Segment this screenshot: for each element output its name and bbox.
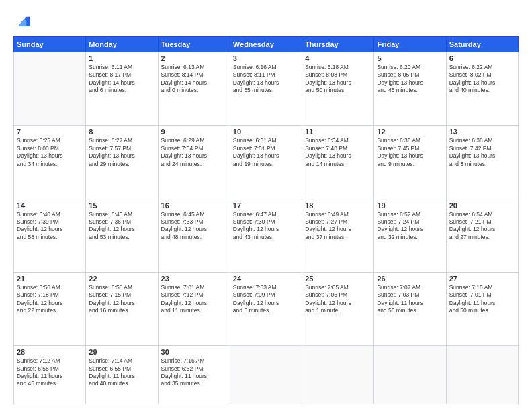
logo (13, 11, 35, 30)
cell-line: Daylight: 13 hours (89, 152, 154, 160)
day-number: 22 (89, 275, 154, 283)
cell-line: and 14 minutes. (305, 161, 371, 168)
day-number: 2 (161, 54, 227, 62)
day-number: 16 (161, 201, 227, 210)
cell-line: and 9 minutes. (377, 161, 443, 168)
cell-line: Daylight: 14 hours (161, 79, 227, 87)
cell-line: Sunset: 8:08 PM (305, 71, 371, 79)
cell-line: Sunrise: 6:54 AM (449, 211, 515, 218)
cell-line: Sunrise: 7:10 AM (449, 284, 515, 291)
day-number: 11 (305, 128, 371, 136)
calendar-cell: 20Sunrise: 6:54 AMSunset: 7:21 PMDayligh… (446, 199, 518, 272)
cell-line: Sunrise: 7:16 AM (161, 357, 227, 365)
cell-line: and 45 minutes. (17, 380, 83, 387)
cell-line: and 35 minutes. (161, 380, 227, 387)
calendar-week-row: 1Sunrise: 6:11 AMSunset: 8:17 PMDaylight… (14, 52, 519, 126)
cell-line: and 34 minutes. (17, 161, 83, 168)
cell-line: and 58 minutes. (17, 234, 83, 241)
calendar-cell: 12Sunrise: 6:36 AMSunset: 7:45 PMDayligh… (374, 126, 446, 199)
cell-line: Sunset: 7:24 PM (377, 218, 443, 226)
header (13, 11, 519, 30)
cell-line: Sunrise: 6:25 AM (17, 137, 83, 144)
cell-line: Daylight: 12 hours (233, 226, 299, 233)
calendar-cell: 19Sunrise: 6:52 AMSunset: 7:24 PMDayligh… (374, 199, 446, 272)
cell-line: and 55 minutes. (233, 87, 299, 94)
cell-line: Sunset: 7:42 PM (449, 145, 515, 152)
day-number: 7 (17, 128, 83, 136)
calendar-cell: 24Sunrise: 7:03 AMSunset: 7:09 PMDayligh… (230, 272, 302, 345)
cell-line: Sunrise: 6:56 AM (17, 284, 83, 291)
cell-line: Daylight: 12 hours (449, 226, 515, 233)
calendar-header-row: Sunday Monday Tuesday Wednesday Thursday… (14, 37, 519, 52)
cell-line: Sunset: 8:11 PM (233, 71, 299, 79)
cell-line: and 48 minutes. (161, 234, 227, 241)
cell-line: and 22 minutes. (17, 307, 83, 314)
cell-line: Sunset: 7:06 PM (305, 291, 371, 299)
cell-line: Sunset: 7:30 PM (233, 218, 299, 226)
calendar-cell: 21Sunrise: 6:56 AMSunset: 7:18 PMDayligh… (14, 272, 86, 345)
cell-line: Sunrise: 6:22 AM (449, 64, 515, 71)
cell-line: and 3 minutes. (449, 161, 515, 168)
header-monday: Monday (86, 37, 158, 52)
cell-line: Daylight: 13 hours (377, 79, 443, 87)
calendar-cell: 26Sunrise: 7:07 AMSunset: 7:03 PMDayligh… (374, 272, 446, 345)
cell-line: Sunrise: 7:05 AM (305, 284, 371, 291)
cell-line: Daylight: 12 hours (17, 226, 83, 233)
logo-icon (13, 11, 32, 30)
calendar-week-row: 21Sunrise: 6:56 AMSunset: 7:18 PMDayligh… (14, 272, 519, 345)
page: Sunday Monday Tuesday Wednesday Thursday… (0, 0, 532, 411)
day-number: 15 (89, 201, 154, 210)
cell-line: Sunset: 7:18 PM (17, 291, 83, 299)
cell-line: Daylight: 11 hours (17, 373, 83, 380)
cell-line: Daylight: 11 hours (161, 373, 227, 380)
day-number: 24 (233, 275, 299, 283)
day-number: 8 (89, 128, 154, 136)
cell-line: Sunset: 7:01 PM (449, 291, 515, 299)
cell-line: and 0 minutes. (161, 87, 227, 94)
calendar-cell: 22Sunrise: 6:58 AMSunset: 7:15 PMDayligh… (86, 272, 158, 345)
cell-line: Daylight: 14 hours (89, 79, 154, 87)
cell-line: Sunrise: 7:12 AM (17, 357, 83, 365)
cell-line: Daylight: 11 hours (377, 300, 443, 307)
calendar-cell: 9Sunrise: 6:29 AMSunset: 7:54 PMDaylight… (158, 126, 230, 199)
cell-line: and 6 minutes. (233, 307, 299, 314)
cell-line: Sunset: 7:15 PM (89, 291, 154, 299)
cell-line: Sunset: 8:17 PM (89, 71, 154, 79)
cell-line: and 43 minutes. (233, 234, 299, 241)
cell-line: Sunrise: 7:07 AM (377, 284, 443, 291)
day-number: 12 (377, 128, 443, 136)
cell-line: Sunset: 6:55 PM (89, 365, 154, 373)
cell-line: Sunset: 7:57 PM (89, 145, 154, 152)
calendar-cell: 27Sunrise: 7:10 AMSunset: 7:01 PMDayligh… (446, 272, 518, 345)
cell-line: Daylight: 11 hours (89, 373, 154, 380)
cell-line: and 29 minutes. (89, 161, 154, 168)
cell-line: Sunrise: 6:45 AM (161, 211, 227, 218)
day-number: 13 (449, 128, 515, 136)
cell-line: Daylight: 12 hours (377, 226, 443, 233)
calendar-cell: 25Sunrise: 7:05 AMSunset: 7:06 PMDayligh… (302, 272, 374, 345)
calendar-cell: 4Sunrise: 6:18 AMSunset: 8:08 PMDaylight… (302, 52, 374, 126)
cell-line: Sunrise: 6:43 AM (89, 211, 154, 218)
calendar-cell: 3Sunrise: 6:16 AMSunset: 8:11 PMDaylight… (230, 52, 302, 126)
cell-line: Sunrise: 6:34 AM (305, 137, 371, 144)
cell-line: Sunrise: 6:58 AM (89, 284, 154, 291)
calendar-cell: 29Sunrise: 7:14 AMSunset: 6:55 PMDayligh… (86, 346, 158, 404)
day-number: 9 (161, 128, 227, 136)
cell-line: Sunset: 8:05 PM (377, 71, 443, 79)
cell-line: Sunset: 7:48 PM (305, 145, 371, 152)
cell-line: Sunrise: 6:52 AM (377, 211, 443, 218)
calendar-cell: 18Sunrise: 6:49 AMSunset: 7:27 PMDayligh… (302, 199, 374, 272)
cell-line: Sunset: 8:14 PM (161, 71, 227, 79)
day-number: 14 (17, 201, 83, 210)
day-number: 28 (17, 348, 83, 356)
calendar-cell: 1Sunrise: 6:11 AMSunset: 8:17 PMDaylight… (86, 52, 158, 126)
cell-line: Sunrise: 7:14 AM (89, 357, 154, 365)
calendar-cell (374, 346, 446, 404)
cell-line: Sunset: 7:27 PM (305, 218, 371, 226)
calendar-cell: 15Sunrise: 6:43 AMSunset: 7:36 PMDayligh… (86, 199, 158, 272)
cell-line: Sunset: 8:00 PM (17, 145, 83, 152)
cell-line: Daylight: 13 hours (233, 152, 299, 160)
cell-line: Daylight: 13 hours (17, 152, 83, 160)
day-number: 6 (449, 54, 515, 62)
cell-line: Sunset: 7:33 PM (161, 218, 227, 226)
